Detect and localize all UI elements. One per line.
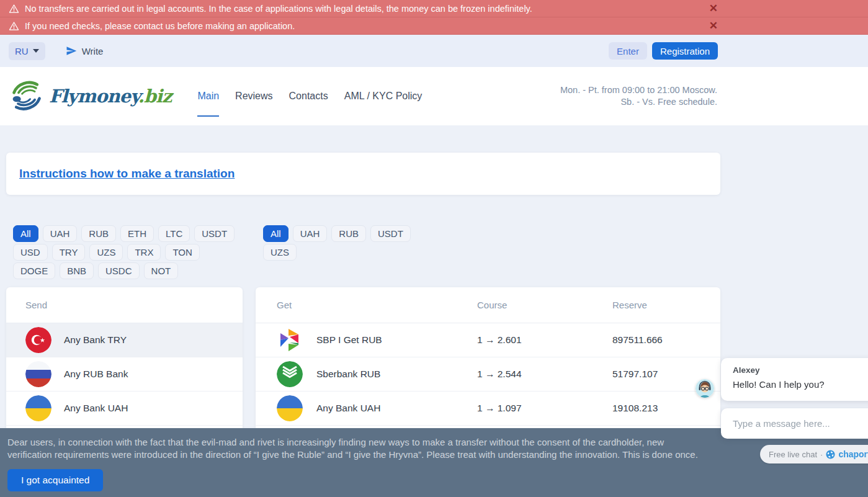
- russia-flag-icon: [25, 361, 51, 387]
- top-utility-bar: RU Write Enter Registration: [0, 35, 868, 67]
- write-label: Write: [82, 46, 104, 56]
- filter-send-all[interactable]: All: [13, 225, 38, 242]
- send-currency-filters: All UAH RUB ETH LTC USDT USD TRY UZS TRX…: [13, 225, 238, 279]
- chevron-down-icon: [33, 49, 39, 53]
- filter-get-usdt[interactable]: USDT: [370, 225, 411, 242]
- language-selector[interactable]: RU: [9, 42, 45, 60]
- main-nav: Main Reviews Contacts AML / KYC Policy: [197, 86, 422, 107]
- working-hours: Mon. - Pt. from 09:00 to 21:00 Moscow. S…: [560, 84, 717, 108]
- currency-filters: All UAH RUB ETH LTC USDT USD TRY UZS TRX…: [6, 225, 720, 279]
- send-option-label: Any Bank UAH: [64, 403, 128, 414]
- course-value: 1 → 2.544: [477, 369, 612, 380]
- chat-agent-avatar[interactable]: [696, 379, 714, 398]
- site-logo[interactable]: Flymoney.biz: [9, 79, 171, 114]
- close-icon[interactable]: ✕: [709, 3, 718, 14]
- filter-get-rub[interactable]: RUB: [331, 225, 366, 242]
- warning-icon: [9, 21, 19, 31]
- get-currency-filters: All UAH RUB USDT UZS: [263, 225, 424, 261]
- get-row-label: Sberbank RUB: [316, 369, 380, 380]
- reserve-column-title: Reserve: [612, 300, 720, 310]
- filter-send-ton[interactable]: TON: [165, 244, 199, 261]
- filter-send-not[interactable]: NOT: [144, 262, 179, 279]
- get-panel-header: Get Course Reserve: [256, 287, 720, 323]
- course-value: 1 → 2.601: [477, 334, 612, 346]
- filter-send-usd[interactable]: USD: [13, 244, 48, 261]
- notice-text: Dear users, in connection with the fact …: [7, 436, 709, 461]
- send-panel: Send Any Bank TRY: [6, 287, 243, 439]
- logo-tld: .biz: [138, 86, 172, 107]
- brand-name: chaport: [838, 449, 868, 459]
- warning-icon: [9, 4, 19, 14]
- get-row-sbp[interactable]: SBP I Get RUB 1 → 2.601 897511.666: [256, 323, 720, 357]
- branding-separator: ·: [820, 450, 823, 459]
- working-hours-line1: Mon. - Pt. from 09:00 to 21:00 Moscow.: [560, 84, 717, 96]
- logo-wordmark: Flymoney.biz: [49, 86, 171, 107]
- get-column-title: Get: [277, 300, 477, 310]
- alert-banner-1: No transfers are carried out in legal ac…: [0, 0, 868, 17]
- reserve-value: 51797.107: [612, 369, 720, 380]
- filter-send-try[interactable]: TRY: [52, 244, 86, 261]
- get-panel: Get Course Reserve SBP: [256, 287, 720, 439]
- reserve-value: 19108.213: [612, 403, 720, 414]
- filter-send-ltc[interactable]: LTC: [158, 225, 190, 242]
- sbp-logo-icon: [277, 327, 303, 353]
- filter-send-eth[interactable]: ETH: [120, 225, 154, 242]
- send-panel-title: Send: [6, 287, 243, 323]
- course-column-title: Course: [477, 300, 612, 310]
- get-row-label: SBP I Get RUB: [316, 334, 382, 346]
- alert-banner-2: If you need checks, please contact us be…: [0, 17, 868, 35]
- logo-name: Flymoney: [49, 86, 138, 107]
- filter-send-uah[interactable]: UAH: [43, 225, 78, 242]
- filter-get-uah[interactable]: UAH: [293, 225, 328, 242]
- get-row-any-bank-uah[interactable]: Any Bank UAH 1 → 1.097 19108.213: [256, 392, 720, 426]
- close-icon[interactable]: ✕: [709, 20, 718, 31]
- chat-branding-pill[interactable]: Free live chat · chaport: [760, 445, 868, 463]
- send-option-any-bank-try[interactable]: Any Bank TRY: [6, 323, 243, 357]
- chat-message-input[interactable]: [733, 418, 868, 429]
- filter-send-trx[interactable]: TRX: [127, 244, 161, 261]
- instructions-link[interactable]: Instructions how to make a translation: [19, 167, 235, 181]
- filter-send-usdt[interactable]: USDT: [194, 225, 235, 242]
- filter-send-uzs[interactable]: UZS: [89, 244, 123, 261]
- language-label: RU: [15, 46, 29, 56]
- filter-send-bnb[interactable]: BNB: [60, 262, 94, 279]
- ukraine-flag-icon: [25, 395, 51, 421]
- registration-button[interactable]: Registration: [652, 42, 718, 60]
- filter-get-all[interactable]: All: [263, 225, 289, 242]
- chat-input-container: [721, 408, 868, 439]
- get-row-sberbank[interactable]: Sberbank RUB 1 → 2.544 51797.107: [256, 357, 720, 392]
- filter-send-doge[interactable]: DOGE: [13, 262, 55, 279]
- branding-label: Free live chat: [769, 450, 817, 459]
- nav-main[interactable]: Main: [197, 86, 219, 117]
- filter-get-uzs[interactable]: UZS: [263, 244, 297, 261]
- send-option-any-rub-bank[interactable]: Any RUB Bank: [6, 357, 243, 392]
- filter-send-rub[interactable]: RUB: [81, 225, 116, 242]
- filter-send-usdc[interactable]: USDC: [98, 262, 140, 279]
- chat-greeting: Hello! Can I help you?: [733, 379, 868, 390]
- reserve-value: 897511.666: [612, 334, 720, 346]
- send-option-label: Any RUB Bank: [64, 369, 128, 380]
- chat-agent-name: Alexey: [733, 365, 868, 375]
- avatar-icon: [696, 379, 714, 398]
- turkey-flag-icon: [25, 327, 51, 353]
- logo-swirl-icon: [9, 79, 44, 114]
- site-header: Flymoney.biz Main Reviews Contacts AML /…: [0, 67, 868, 125]
- chaport-logo-icon: [826, 450, 835, 459]
- paper-plane-icon: [66, 45, 77, 56]
- alert-message: No transfers are carried out in legal ac…: [25, 4, 532, 14]
- nav-reviews[interactable]: Reviews: [235, 86, 272, 107]
- send-option-label: Any Bank TRY: [64, 334, 127, 346]
- send-option-any-bank-uah[interactable]: Any Bank UAH: [6, 392, 243, 426]
- chat-message-bubble: Alexey Hello! Can I help you?: [721, 358, 868, 401]
- sberbank-logo-icon: [277, 361, 303, 387]
- alert-message: If you need checks, please contact us be…: [25, 21, 295, 31]
- acknowledge-button[interactable]: I got acquainted: [7, 469, 103, 491]
- exchange-panels: Send Any Bank TRY: [6, 287, 720, 439]
- enter-button[interactable]: Enter: [609, 42, 647, 60]
- get-row-label: Any Bank UAH: [316, 403, 380, 414]
- nav-aml-kyc-policy[interactable]: AML / KYC Policy: [344, 86, 423, 107]
- nav-contacts[interactable]: Contacts: [289, 86, 328, 107]
- write-link[interactable]: Write: [66, 45, 104, 56]
- course-value: 1 → 1.097: [477, 403, 612, 414]
- ukraine-flag-icon: [277, 395, 303, 421]
